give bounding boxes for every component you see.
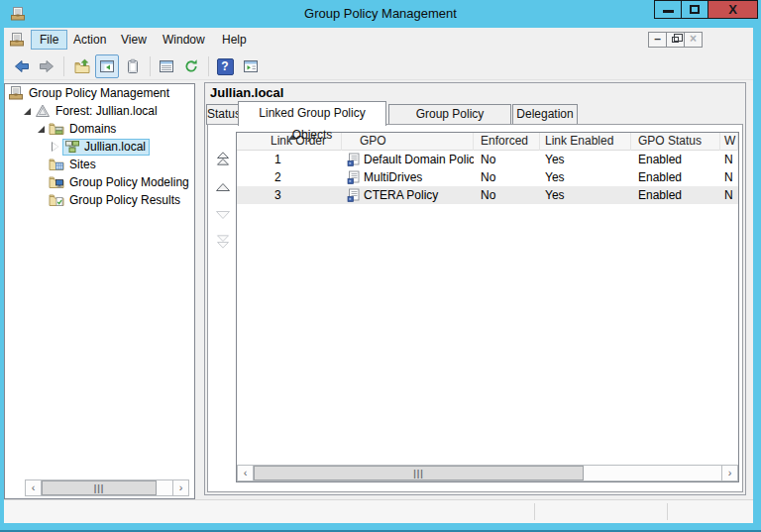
title-bar[interactable]: Group Policy Management X (0, 0, 761, 28)
tree-item-forest[interactable]: Forest: Jullian.local (5, 102, 194, 120)
gpo-icon (347, 170, 361, 184)
move-to-top-button[interactable] (211, 151, 235, 168)
mdi-close-button[interactable]: × (684, 32, 703, 48)
table-row-selected[interactable]: 3 CTERA Policy No Yes Enabled N (237, 186, 738, 204)
scrollbar-thumb[interactable]: ||| (254, 466, 584, 480)
cell-wmi-filter: N (720, 151, 738, 168)
tree-horizontal-scrollbar[interactable]: ‹ ||| › (25, 479, 189, 496)
tab-linked-group-policy-objects[interactable]: Linked Group Policy Objects (238, 101, 386, 126)
export-list-button[interactable] (155, 54, 178, 78)
tree-item-label: Domains (69, 122, 116, 136)
cell-gpo-status: Enabled (631, 151, 720, 168)
move-down-button[interactable] (211, 206, 235, 224)
tree-item-label: Group Policy Management (29, 86, 169, 100)
tab-group-policy-inheritance[interactable]: Group Policy Inheritance (388, 104, 511, 125)
cell-wmi-filter: N (720, 186, 738, 204)
scrollbar-thumb[interactable]: ||| (42, 480, 157, 495)
tree-item-group-policy-modeling[interactable]: Group Policy Modeling (5, 173, 194, 191)
close-button[interactable]: X (707, 0, 758, 19)
tree-item-domains[interactable]: Domains (5, 120, 194, 138)
menu-window[interactable]: Window (155, 30, 213, 50)
scroll-right-icon: › (728, 467, 732, 479)
expander-expanded-icon[interactable] (36, 123, 49, 136)
up-one-level-icon (74, 58, 90, 74)
forest-icon (35, 103, 51, 119)
cell-link-enabled: Yes (540, 151, 631, 168)
scroll-right-button[interactable]: › (172, 479, 189, 496)
mdi-minimize-button[interactable]: – (648, 32, 667, 48)
table-row[interactable]: 1 Default Domain Policy No Yes Enabled N (237, 151, 738, 168)
toolbar: ? (4, 52, 753, 80)
cell-link-order: 1 (237, 151, 342, 168)
help-icon: ? (217, 58, 234, 75)
console-icon (9, 32, 25, 48)
status-bar (4, 499, 753, 523)
expander-collapsed-icon[interactable] (50, 141, 62, 154)
scrollbar-track[interactable]: ||| (42, 479, 172, 496)
scroll-left-button[interactable]: ‹ (25, 479, 42, 496)
window-title: Group Policy Management (0, 0, 761, 28)
minimize-button[interactable] (654, 0, 682, 19)
column-header-gpo-status[interactable]: GPO Status (631, 133, 720, 151)
tab-status[interactable]: Status (206, 104, 239, 125)
move-up-icon (213, 179, 233, 195)
tree-item-label: Forest: Jullian.local (55, 104, 158, 118)
show-action-pane-button[interactable] (239, 54, 263, 78)
scroll-right-icon: › (179, 481, 183, 493)
show-hide-console-tree-button[interactable] (95, 54, 119, 78)
tab-delegation[interactable]: Delegation (512, 104, 578, 125)
column-header-link-enabled[interactable]: Link Enabled (540, 133, 631, 151)
tree-item-label: Group Policy Modeling (69, 175, 189, 189)
maximize-icon (690, 5, 700, 14)
console-tree-icon (99, 58, 115, 74)
scrollbar-grip-icon: ||| (94, 483, 105, 493)
menu-help[interactable]: Help (214, 30, 255, 50)
close-icon: X (728, 2, 737, 17)
move-to-bottom-button[interactable] (211, 234, 235, 252)
table-row[interactable]: 2 MultiDrives No Yes Enabled N (237, 168, 738, 186)
tree-item-sites[interactable]: Sites (5, 156, 194, 173)
menu-file[interactable]: File (31, 30, 67, 50)
modeling-folder-icon (49, 174, 64, 190)
cell-link-enabled: Yes (540, 186, 631, 204)
back-button[interactable] (10, 54, 34, 78)
gpo-icon (347, 188, 361, 202)
move-up-button[interactable] (211, 178, 235, 196)
mdi-restore-icon (672, 37, 679, 43)
cell-enforced: No (474, 168, 540, 186)
menu-view[interactable]: View (113, 30, 155, 50)
scroll-right-button[interactable]: › (721, 465, 738, 481)
scroll-left-icon: ‹ (32, 481, 36, 493)
scroll-left-button[interactable]: ‹ (237, 465, 254, 481)
tree-item-label: Group Policy Results (69, 193, 180, 207)
domains-folder-icon (49, 121, 64, 137)
column-header-wmi-filter[interactable]: W (720, 133, 738, 151)
cell-wmi-filter: N (720, 168, 738, 186)
minimize-icon (663, 10, 674, 13)
up-one-level-button[interactable] (70, 54, 94, 78)
scrollbar-track[interactable]: ||| (254, 465, 721, 481)
maximize-button[interactable] (681, 0, 708, 19)
cell-link-enabled: Yes (540, 168, 631, 186)
help-button[interactable]: ? (213, 54, 237, 78)
list-horizontal-scrollbar[interactable]: ‹ ||| › (237, 465, 738, 481)
tree-item-jullian-local[interactable]: Jullian.local (5, 138, 194, 156)
paste-button[interactable] (121, 54, 145, 78)
mdi-close-icon: × (690, 32, 697, 46)
menu-bar: File Action View Window Help – × (4, 28, 753, 52)
mdi-restore-button[interactable] (666, 32, 685, 48)
column-header-enforced[interactable]: Enforced (474, 133, 540, 151)
status-separator (534, 503, 535, 520)
tree-item-group-policy-results[interactable]: Group Policy Results (5, 191, 194, 209)
expander-expanded-icon[interactable] (22, 105, 35, 118)
column-header-gpo[interactable]: GPO (342, 133, 474, 151)
refresh-button[interactable] (179, 54, 203, 78)
domain-icon (64, 139, 80, 155)
gpo-icon (347, 153, 361, 166)
mdi-window-controls: – × (649, 32, 703, 48)
forward-button[interactable] (35, 54, 58, 78)
tree-item-group-policy-management[interactable]: Group Policy Management (5, 84, 194, 102)
menu-action[interactable]: Action (65, 30, 114, 50)
scrollbar-grip-icon: ||| (413, 469, 424, 479)
work-area: Group Policy Management Forest: Jullian.… (4, 80, 753, 499)
